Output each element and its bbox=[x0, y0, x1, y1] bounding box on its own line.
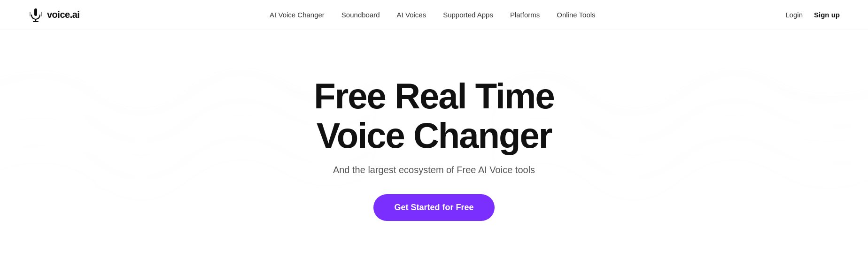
nav-auth: Login Sign up bbox=[785, 11, 840, 19]
logo-link[interactable]: voice.ai bbox=[28, 8, 79, 23]
nav-link-soundboard[interactable]: Soundboard bbox=[341, 11, 380, 19]
nav-link-online-tools[interactable]: Online Tools bbox=[557, 11, 595, 19]
nav-link-ai-voice-changer[interactable]: AI Voice Changer bbox=[270, 11, 325, 19]
hero-section: Free Real Time Voice Changer And the lar… bbox=[0, 30, 868, 258]
nav-link-ai-voices[interactable]: AI Voices bbox=[397, 11, 426, 19]
login-button[interactable]: Login bbox=[785, 11, 803, 19]
hero-title-line1: Free Real Time bbox=[314, 76, 554, 116]
navbar: voice.ai AI Voice Changer Soundboard AI … bbox=[0, 0, 868, 30]
hero-title: Free Real Time Voice Changer bbox=[314, 76, 554, 155]
nav-item-ai-voices[interactable]: AI Voices bbox=[397, 11, 426, 19]
nav-item-online-tools[interactable]: Online Tools bbox=[557, 11, 595, 19]
nav-item-soundboard[interactable]: Soundboard bbox=[341, 11, 380, 19]
hero-subtitle: And the largest ecosystem of Free AI Voi… bbox=[333, 165, 535, 175]
logo-text: voice.ai bbox=[47, 9, 79, 20]
nav-link-platforms[interactable]: Platforms bbox=[510, 11, 540, 19]
nav-item-platforms[interactable]: Platforms bbox=[510, 11, 540, 19]
nav-item-ai-voice-changer[interactable]: AI Voice Changer bbox=[270, 11, 325, 19]
get-started-button[interactable]: Get Started for Free bbox=[373, 194, 494, 221]
svg-rect-100 bbox=[34, 8, 37, 16]
signup-button[interactable]: Sign up bbox=[814, 11, 840, 19]
nav-item-supported-apps[interactable]: Supported Apps bbox=[443, 11, 493, 19]
hero-title-line2: Voice Changer bbox=[317, 115, 552, 155]
microphone-icon bbox=[28, 8, 43, 23]
nav-links: AI Voice Changer Soundboard AI Voices Su… bbox=[270, 11, 595, 19]
nav-link-supported-apps[interactable]: Supported Apps bbox=[443, 11, 493, 19]
